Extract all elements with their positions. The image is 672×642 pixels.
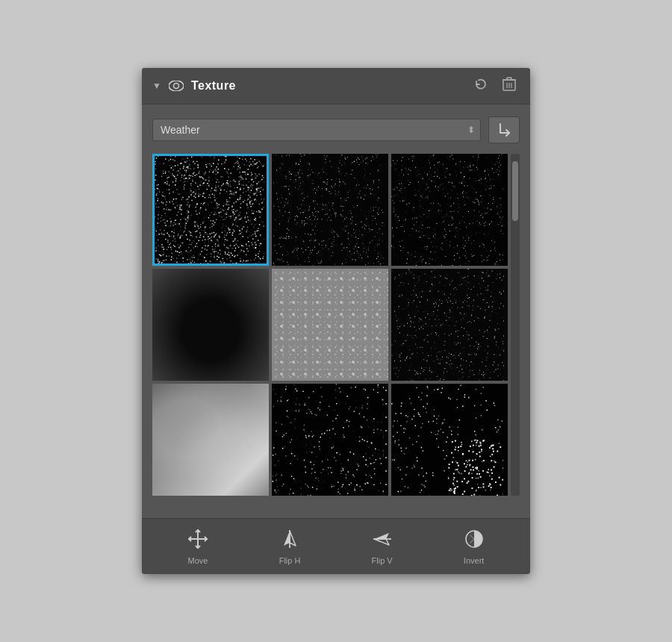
category-dropdown-wrapper: Weather Noise Grunge Scratches Dirt [152,119,481,141]
texture-cell-4[interactable] [152,269,269,381]
panel-content: Weather Noise Grunge Scratches Dirt [142,105,530,508]
visibility-toggle-icon[interactable] [169,81,184,91]
flip-v-tool-button[interactable]: Flip V [364,526,400,568]
texture-grid [152,154,508,496]
svg-point-1 [173,84,178,89]
flip-h-icon [280,529,299,553]
load-button[interactable] [488,116,520,143]
dropdown-row: Weather Noise Grunge Scratches Dirt [152,116,520,143]
texture-cell-1[interactable] [152,154,269,266]
flip-h-tool-button[interactable]: Flip H [272,526,308,568]
texture-cell-7[interactable] [152,384,269,496]
category-dropdown[interactable]: Weather Noise Grunge Scratches Dirt [152,119,481,141]
svg-marker-14 [290,531,296,546]
texture-grid-area [152,154,520,496]
texture-cell-5[interactable] [272,269,388,381]
grid-scrollbar[interactable] [511,154,520,496]
flip-v-tool-label: Flip V [372,556,393,565]
panel-footer: Move Flip H Flip V [142,518,530,574]
delete-button[interactable] [499,75,520,96]
invert-icon [464,529,484,553]
panel-title: Texture [191,79,463,93]
svg-marker-13 [284,531,290,546]
texture-cell-3[interactable] [391,154,508,266]
invert-tool-button[interactable]: Invert [456,526,492,568]
scrollbar-thumb[interactable] [512,161,518,221]
flip-h-tool-label: Flip H [279,556,301,565]
svg-point-0 [169,81,184,91]
texture-cell-9[interactable] [391,384,508,496]
svg-marker-17 [374,539,389,545]
texture-panel: ▼ Texture [142,68,530,574]
svg-marker-16 [374,533,389,539]
texture-cell-2[interactable] [272,154,388,266]
texture-cell-8[interactable] [272,384,388,496]
invert-tool-label: Invert [464,556,485,565]
reset-button[interactable] [470,76,491,96]
panel-header: ▼ Texture [142,68,530,105]
flip-v-icon [373,529,392,553]
collapse-chevron-icon[interactable]: ▼ [152,81,161,91]
move-icon [188,529,208,553]
move-tool-button[interactable]: Move [181,526,216,568]
move-tool-label: Move [188,556,208,565]
texture-cell-6[interactable] [391,269,508,381]
